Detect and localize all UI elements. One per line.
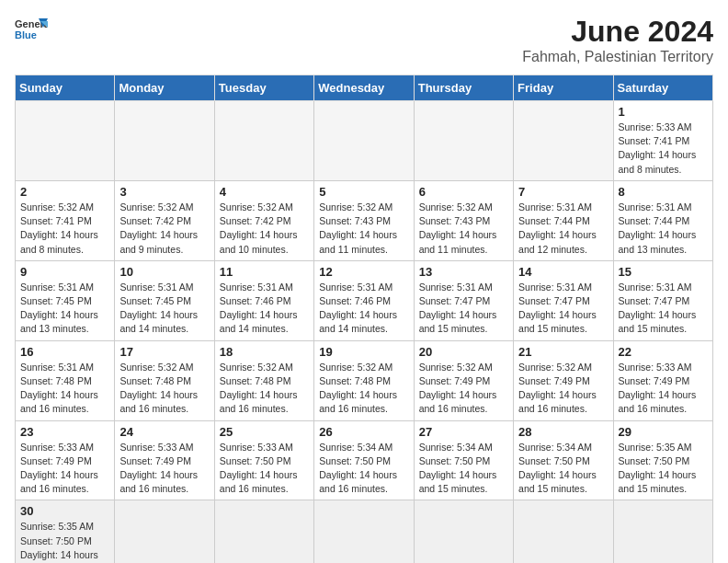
day-number: 13 [419, 265, 508, 279]
day-info: Sunrise: 5:32 AM Sunset: 7:43 PM Dayligh… [319, 201, 408, 257]
header: General Blue June 2024 Fahmah, Palestini… [15, 15, 713, 65]
day-cell: 4Sunrise: 5:32 AM Sunset: 7:42 PM Daylig… [214, 180, 313, 260]
day-cell [115, 500, 214, 563]
day-cell: 5Sunrise: 5:32 AM Sunset: 7:43 PM Daylig… [314, 180, 414, 260]
day-number: 11 [220, 265, 309, 279]
week-row: 9Sunrise: 5:31 AM Sunset: 7:45 PM Daylig… [16, 260, 713, 340]
day-cell: 29Sunrise: 5:35 AM Sunset: 7:50 PM Dayli… [613, 420, 712, 500]
day-cell: 16Sunrise: 5:31 AM Sunset: 7:48 PM Dayli… [16, 340, 115, 420]
day-info: Sunrise: 5:33 AM Sunset: 7:41 PM Dayligh… [619, 121, 708, 177]
day-number: 20 [419, 345, 508, 359]
day-info: Sunrise: 5:32 AM Sunset: 7:42 PM Dayligh… [119, 201, 209, 257]
day-cell: 2Sunrise: 5:32 AM Sunset: 7:41 PM Daylig… [16, 180, 115, 260]
day-number: 28 [518, 425, 608, 439]
day-info: Sunrise: 5:31 AM Sunset: 7:47 PM Dayligh… [619, 281, 708, 337]
day-cell: 30Sunrise: 5:35 AM Sunset: 7:50 PM Dayli… [16, 500, 115, 563]
day-info: Sunrise: 5:31 AM Sunset: 7:45 PM Dayligh… [119, 281, 209, 337]
day-info: Sunrise: 5:31 AM Sunset: 7:47 PM Dayligh… [518, 281, 608, 337]
day-info: Sunrise: 5:31 AM Sunset: 7:44 PM Dayligh… [518, 201, 608, 257]
day-cell: 21Sunrise: 5:32 AM Sunset: 7:49 PM Dayli… [514, 340, 613, 420]
day-info: Sunrise: 5:32 AM Sunset: 7:42 PM Dayligh… [220, 201, 309, 257]
day-cell: 24Sunrise: 5:33 AM Sunset: 7:49 PM Dayli… [115, 420, 214, 500]
day-cell: 19Sunrise: 5:32 AM Sunset: 7:48 PM Dayli… [314, 340, 414, 420]
day-info: Sunrise: 5:32 AM Sunset: 7:43 PM Dayligh… [419, 201, 508, 257]
location-title: Fahmah, Palestinian Territory [522, 49, 713, 65]
day-cell: 11Sunrise: 5:31 AM Sunset: 7:46 PM Dayli… [214, 260, 313, 340]
day-cell: 7Sunrise: 5:31 AM Sunset: 7:44 PM Daylig… [514, 180, 613, 260]
week-row: 2Sunrise: 5:32 AM Sunset: 7:41 PM Daylig… [16, 180, 713, 260]
logo: General Blue [15, 15, 48, 42]
day-number: 30 [20, 504, 109, 518]
day-info: Sunrise: 5:32 AM Sunset: 7:49 PM Dayligh… [419, 361, 508, 417]
day-cell: 17Sunrise: 5:32 AM Sunset: 7:48 PM Dayli… [115, 340, 214, 420]
day-info: Sunrise: 5:33 AM Sunset: 7:50 PM Dayligh… [220, 441, 309, 497]
day-cell [314, 101, 414, 181]
day-number: 14 [518, 265, 608, 279]
day-number: 4 [220, 185, 309, 199]
day-number: 5 [319, 185, 408, 199]
day-cell: 22Sunrise: 5:33 AM Sunset: 7:49 PM Dayli… [613, 340, 712, 420]
day-cell [115, 101, 214, 181]
day-info: Sunrise: 5:33 AM Sunset: 7:49 PM Dayligh… [619, 361, 708, 417]
title-area: June 2024 Fahmah, Palestinian Territory [522, 15, 713, 65]
day-info: Sunrise: 5:34 AM Sunset: 7:50 PM Dayligh… [319, 441, 408, 497]
day-cell: 3Sunrise: 5:32 AM Sunset: 7:42 PM Daylig… [115, 180, 214, 260]
day-info: Sunrise: 5:34 AM Sunset: 7:50 PM Dayligh… [419, 441, 508, 497]
day-number: 24 [119, 425, 209, 439]
day-cell: 1Sunrise: 5:33 AM Sunset: 7:41 PM Daylig… [613, 101, 712, 181]
weekday-header: Sunday [16, 75, 115, 101]
day-cell: 8Sunrise: 5:31 AM Sunset: 7:44 PM Daylig… [613, 180, 712, 260]
day-cell [414, 101, 513, 181]
day-info: Sunrise: 5:31 AM Sunset: 7:47 PM Dayligh… [419, 281, 508, 337]
day-number: 8 [619, 185, 708, 199]
weekday-header: Thursday [414, 75, 513, 101]
day-number: 27 [419, 425, 508, 439]
weekday-header: Saturday [613, 75, 712, 101]
day-cell [613, 500, 712, 563]
day-number: 2 [20, 185, 109, 199]
svg-text:Blue: Blue [15, 29, 37, 40]
day-number: 15 [619, 265, 708, 279]
day-number: 6 [419, 185, 508, 199]
day-info: Sunrise: 5:32 AM Sunset: 7:41 PM Dayligh… [20, 201, 109, 257]
day-number: 9 [20, 265, 109, 279]
day-cell: 27Sunrise: 5:34 AM Sunset: 7:50 PM Dayli… [414, 420, 513, 500]
day-info: Sunrise: 5:33 AM Sunset: 7:49 PM Dayligh… [119, 441, 209, 497]
day-cell [414, 500, 513, 563]
day-cell [16, 101, 115, 181]
day-cell [514, 500, 613, 563]
day-number: 26 [319, 425, 408, 439]
day-cell: 14Sunrise: 5:31 AM Sunset: 7:47 PM Dayli… [514, 260, 613, 340]
day-cell: 9Sunrise: 5:31 AM Sunset: 7:45 PM Daylig… [16, 260, 115, 340]
day-info: Sunrise: 5:32 AM Sunset: 7:48 PM Dayligh… [220, 361, 309, 417]
day-number: 10 [119, 265, 209, 279]
day-number: 29 [619, 425, 708, 439]
day-info: Sunrise: 5:32 AM Sunset: 7:48 PM Dayligh… [119, 361, 209, 417]
week-row: 30Sunrise: 5:35 AM Sunset: 7:50 PM Dayli… [16, 500, 713, 563]
day-info: Sunrise: 5:34 AM Sunset: 7:50 PM Dayligh… [518, 441, 608, 497]
weekday-header: Tuesday [214, 75, 313, 101]
day-info: Sunrise: 5:31 AM Sunset: 7:44 PM Dayligh… [619, 201, 708, 257]
day-info: Sunrise: 5:35 AM Sunset: 7:50 PM Dayligh… [619, 441, 708, 497]
day-info: Sunrise: 5:35 AM Sunset: 7:50 PM Dayligh… [20, 520, 109, 563]
calendar: SundayMondayTuesdayWednesdayThursdayFrid… [15, 75, 713, 563]
day-info: Sunrise: 5:32 AM Sunset: 7:49 PM Dayligh… [518, 361, 608, 417]
day-cell: 25Sunrise: 5:33 AM Sunset: 7:50 PM Dayli… [214, 420, 313, 500]
logo-icon: General Blue [15, 15, 48, 42]
day-cell: 15Sunrise: 5:31 AM Sunset: 7:47 PM Dayli… [613, 260, 712, 340]
weekday-header: Monday [115, 75, 214, 101]
day-number: 17 [119, 345, 209, 359]
day-number: 19 [319, 345, 408, 359]
day-cell: 12Sunrise: 5:31 AM Sunset: 7:46 PM Dayli… [314, 260, 414, 340]
day-number: 7 [518, 185, 608, 199]
week-row: 16Sunrise: 5:31 AM Sunset: 7:48 PM Dayli… [16, 340, 713, 420]
day-number: 25 [220, 425, 309, 439]
day-cell: 6Sunrise: 5:32 AM Sunset: 7:43 PM Daylig… [414, 180, 513, 260]
day-number: 23 [20, 425, 109, 439]
day-number: 1 [619, 105, 708, 119]
day-cell: 18Sunrise: 5:32 AM Sunset: 7:48 PM Dayli… [214, 340, 313, 420]
weekday-header: Wednesday [314, 75, 414, 101]
day-number: 22 [619, 345, 708, 359]
month-title: June 2024 [522, 15, 713, 49]
day-info: Sunrise: 5:31 AM Sunset: 7:45 PM Dayligh… [20, 281, 109, 337]
